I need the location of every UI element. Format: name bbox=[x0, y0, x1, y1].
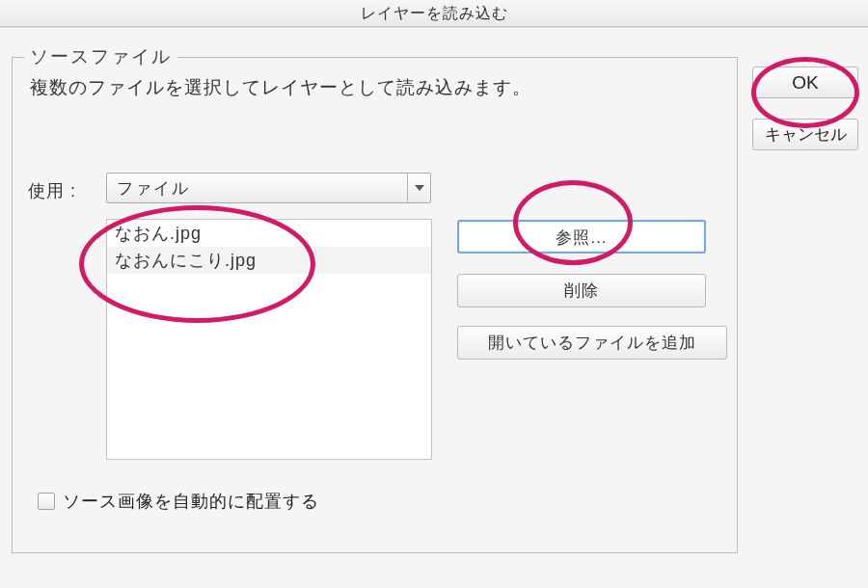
use-label: 使用 : bbox=[28, 179, 76, 202]
source-files-fieldset: ソースファイル 複数のファイルを選択してレイヤーとして読み込みます。 使用 : … bbox=[12, 57, 738, 553]
auto-place-row[interactable]: ソース画像を自動的に配置する bbox=[38, 490, 319, 513]
dialog-body: ソースファイル 複数のファイルを選択してレイヤーとして読み込みます。 使用 : … bbox=[0, 27, 868, 588]
dialog-title: レイヤーを読み込む bbox=[0, 0, 868, 27]
list-item[interactable]: なおんにこり.jpg bbox=[107, 247, 431, 274]
delete-button[interactable]: 削除 bbox=[457, 274, 706, 307]
auto-place-checkbox[interactable] bbox=[38, 493, 55, 510]
auto-place-label: ソース画像を自動的に配置する bbox=[63, 490, 319, 513]
ok-button[interactable]: OK bbox=[752, 67, 858, 98]
use-select-value: ファイル bbox=[117, 177, 407, 200]
browse-button[interactable]: 参照... bbox=[457, 220, 706, 254]
add-open-files-button[interactable]: 開いているファイルを追加 bbox=[457, 326, 727, 360]
file-list[interactable]: なおん.jpg なおんにこり.jpg bbox=[106, 219, 432, 460]
list-item[interactable]: なおん.jpg bbox=[107, 220, 431, 247]
cancel-button[interactable]: キャンセル bbox=[752, 119, 858, 150]
fieldset-legend: ソースファイル bbox=[24, 44, 177, 69]
chevron-down-icon bbox=[407, 174, 430, 202]
instructions-text: 複数のファイルを選択してレイヤーとして読み込みます。 bbox=[30, 75, 531, 100]
use-select[interactable]: ファイル bbox=[106, 173, 431, 203]
